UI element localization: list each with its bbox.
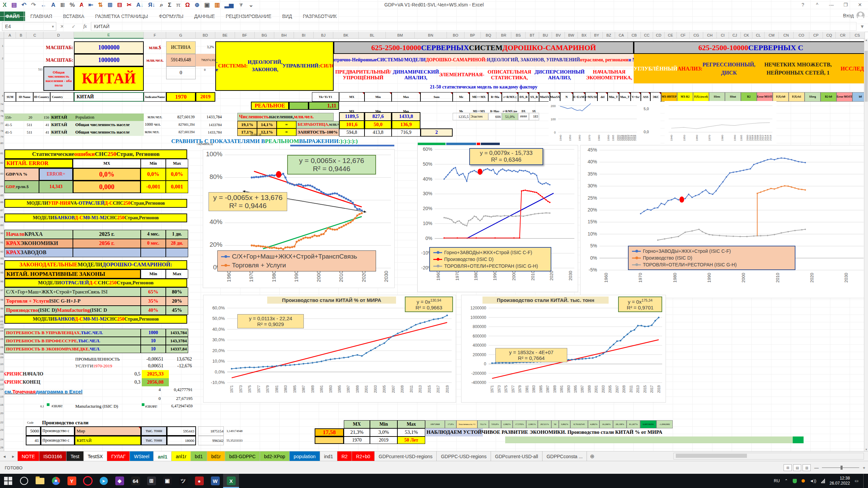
row-header-100[interactable]: 100 <box>0 315 3 318</box>
cell[interactable]: MX <box>73 159 141 168</box>
cell[interactable]: 1000 <box>141 329 166 337</box>
cell[interactable]: 18 <box>258 133 267 137</box>
sheet-tab-R2+b0[interactable]: R2+b0 <box>352 451 375 461</box>
cell[interactable]: 65% <box>141 287 166 297</box>
action-center-icon[interactable]: ▭ <box>855 479 859 483</box>
cell[interactable]: 7982974,302 <box>196 54 215 66</box>
column-header-C[interactable]: C <box>26 32 43 39</box>
steel-table-title[interactable]: Производство стали <box>42 420 117 426</box>
cell[interactable]: 101,6 <box>339 120 364 129</box>
column-header-BR[interactable]: BR <box>496 32 511 39</box>
row-header-113[interactable]: 113 <box>0 383 3 386</box>
cell[interactable]: ID Name <box>16 92 33 102</box>
cell[interactable]: 594,8 <box>339 128 364 137</box>
row-header-1[interactable]: 1 <box>2 44 3 47</box>
column-header-BM[interactable]: BM <box>386 32 415 39</box>
cell[interactable]: 1875154 <box>198 426 224 436</box>
cell[interactable]: Population <box>74 114 144 121</box>
steel-share-chart[interactable]: -10,0%0,0%10,0%20,0%30,0%40,0%50,0%60,0%… <box>203 295 456 403</box>
column-header-CQ[interactable]: CQ <box>823 32 836 39</box>
column-header-BH[interactable]: BH <box>274 32 294 39</box>
row-header-120[interactable]: 120 <box>0 412 3 415</box>
stat-header-extra[interactable]: SSres <box>709 92 725 102</box>
word-icon[interactable]: W <box>207 474 223 488</box>
cell[interactable]: 0,00651 <box>134 363 163 369</box>
sheet-tab-population[interactable]: population <box>290 451 320 461</box>
row-header-91[interactable]: 91 <box>0 241 3 244</box>
cell[interactable]: 0,5 <box>124 370 140 378</box>
cell[interactable]: 0,000 <box>73 181 141 193</box>
sheet-tab-GDPPC-USD-regions[interactable]: GDPPC-USD-regions <box>437 451 491 461</box>
stat-header-del[interactable]: del <box>597 92 608 102</box>
column-header-D[interactable]: D <box>43 32 74 39</box>
cell[interactable]: Country <box>50 92 74 102</box>
row-header-99[interactable]: 99 <box>0 307 3 310</box>
cell[interactable]: 19,1% <box>237 121 257 128</box>
cell[interactable]: 1000000 <box>74 54 144 66</box>
row-header-82[interactable]: 82 <box>0 161 3 164</box>
crisis-start-label[interactable]: КРИЗИС НАЧАЛО <box>2 370 76 378</box>
tray-orange-icon[interactable] <box>802 479 805 483</box>
row-header-98[interactable]: 98 <box>0 298 3 301</box>
cell[interactable]: 0,1 <box>33 403 44 409</box>
sheet-tab-bd3-GDPPC[interactable]: bd3-GDPPC <box>225 451 260 461</box>
volume-icon[interactable]: ◄)) <box>810 479 816 483</box>
cell[interactable]: МОДЕЛИ БАНКОВ Д-С M0-M1-M2 СНС 250 Стран… <box>4 315 187 324</box>
cell[interactable]: Эластич <box>470 113 488 120</box>
clock[interactable]: 12:3826.07.2022 <box>830 476 850 486</box>
cell[interactable]: 0 <box>153 395 161 402</box>
page-break-icon[interactable]: ▥ <box>803 464 811 471</box>
stat-header-DX_B[interactable]: DX_B <box>518 92 529 102</box>
tiny-stat-cell[interactable]: 8,70102545 <box>570 420 588 428</box>
cell[interactable]: Yk=Yi-Y1 <box>312 92 339 102</box>
network-icon[interactable] <box>821 479 825 483</box>
cell[interactable]: = <box>277 128 296 136</box>
tiny-stat-cell[interactable]: 3,862% <box>559 420 570 428</box>
cell[interactable]: 27,67195 <box>163 395 193 402</box>
cell[interactable]: 51,0% <box>502 113 518 120</box>
cell[interactable]: С/Х+Гор+Маш+ЖКХ+Строй+ТранспСвязь ISI <box>4 287 141 297</box>
cell[interactable]: -0,001 <box>141 181 166 193</box>
column-header-BI[interactable]: BI <box>294 32 314 39</box>
zoom-slider[interactable] <box>822 467 859 468</box>
cell[interactable]: 996342 <box>198 436 224 445</box>
cell[interactable]: 0,4277791 <box>163 386 193 393</box>
tray-chevron-icon[interactable]: ⌃ <box>785 479 788 483</box>
cell[interactable]: 0,0% <box>73 168 141 181</box>
column-header-BS[interactable]: BS <box>511 32 526 39</box>
calculator-icon[interactable]: ⊞ <box>143 474 159 488</box>
cell[interactable]: 1433,784 <box>196 114 223 121</box>
show-desktop-button[interactable] <box>863 474 865 488</box>
column-header-BX[interactable]: BX <box>578 32 591 39</box>
cell[interactable]: 183 <box>529 113 539 120</box>
cell[interactable]: -0,00651 <box>134 356 163 363</box>
stat-header-extra[interactable]: F(X)-b1 <box>789 92 805 102</box>
industry-vs-services-share-chart[interactable]: 0%20%40%60%80%100%1960197019801990200020… <box>203 149 395 288</box>
cell[interactable]: Общая численность населе <box>74 121 144 128</box>
stat-header-MX[interactable]: MX <box>339 92 364 102</box>
sheet-tab-anl1[interactable]: anl1 <box>154 451 172 461</box>
tiny-stat-cell[interactable]: 4,082% <box>588 420 599 428</box>
row-header-79[interactable]: 79 <box>0 135 3 138</box>
cell[interactable]: ЗАКОНОДАТЕЛЬНЫЕ МОДЕЛИ ДОРОШКО-САМАРИНОЙ… <box>4 260 187 269</box>
cell[interactable]: КРАХ ЗАВОДОВ <box>4 248 73 257</box>
cell[interactable]: 1 дн. <box>166 230 188 239</box>
row-header-115[interactable]: 115 <box>0 395 3 398</box>
app-ninja-icon[interactable]: ツ <box>175 474 191 488</box>
cell[interactable]: 4 мес. <box>141 230 166 239</box>
cell[interactable]: 511 <box>31 67 43 72</box>
stat-header-R=Ma[interactable]: R=Ma <box>488 92 502 102</box>
cell[interactable]: 3,2% <box>196 42 214 52</box>
column-header-CP[interactable]: CP <box>809 32 823 39</box>
cell[interactable]: 41 <box>26 436 41 445</box>
sheet-tab-Test[interactable]: Test <box>66 451 84 461</box>
stat-header-extra[interactable]: Error МО/IT <box>757 92 773 102</box>
row-header-77[interactable]: 77 <box>0 122 3 125</box>
cell[interactable]: тыс. тонн <box>141 436 167 445</box>
row-header-105[interactable]: 105 <box>0 338 3 341</box>
row-header-111[interactable]: 111 <box>0 370 3 373</box>
cell[interactable]: Manufacturing (ISIC D) <box>75 403 126 409</box>
yandex-browser-icon[interactable]: Y <box>64 474 80 488</box>
worksheet[interactable]: МАСШТАБ:1000000млн.$ИСТИНА3,2%МАСШТАБ:10… <box>0 0 868 451</box>
cell[interactable]: 20 <box>16 114 33 121</box>
